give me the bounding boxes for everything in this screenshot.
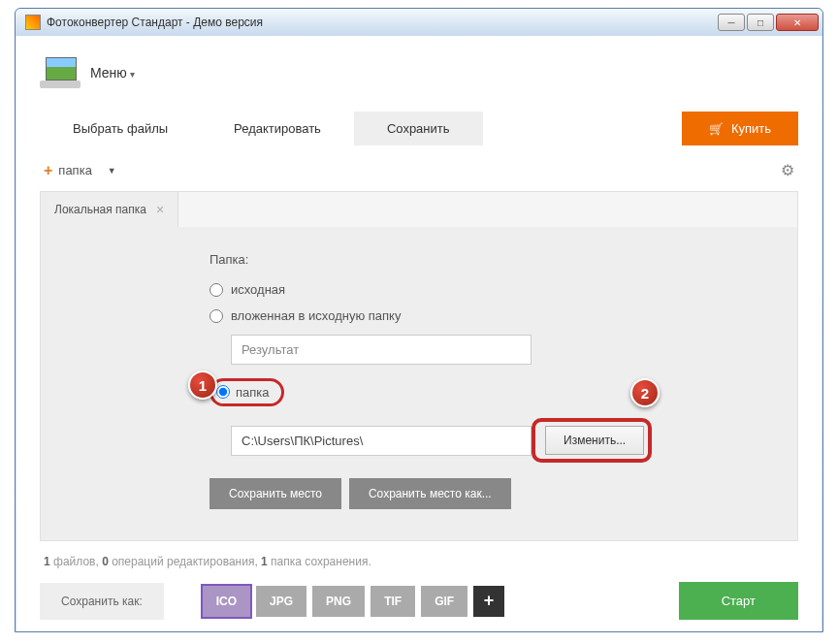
close-button[interactable]: ✕ — [776, 14, 819, 31]
status-ops-count: 0 — [102, 555, 109, 568]
buy-label: Купить — [731, 121, 771, 136]
save-place-button[interactable]: Сохранить место — [210, 478, 341, 509]
path-input[interactable] — [231, 426, 532, 456]
callout-1: 1 — [188, 370, 217, 400]
monitor-icon — [40, 57, 81, 88]
format-tif-button[interactable]: TIF — [371, 586, 415, 617]
cart-icon — [709, 121, 724, 136]
gear-icon[interactable]: ⚙ — [781, 161, 794, 179]
toolbar: + папка ▼ ⚙ — [40, 151, 798, 191]
tab-edit[interactable]: Редактировать — [201, 112, 354, 145]
status-files-count: 1 — [44, 555, 50, 568]
radio-source-row: исходная — [210, 282, 797, 297]
save-buttons: Сохранить место Сохранить место как... — [210, 478, 797, 509]
radio-nested[interactable] — [210, 309, 223, 323]
titlebar: Фотоконвертер Стандарт - Демо версия ─ □… — [16, 9, 822, 36]
change-button[interactable]: Изменить... — [545, 426, 644, 455]
plus-icon: + — [44, 162, 52, 179]
panel-tab-local-folder[interactable]: Локальная папка × — [41, 192, 178, 227]
chevron-down-icon: ▼ — [108, 166, 116, 176]
format-png-button[interactable]: PNG — [312, 586, 365, 617]
radio-folder-label: папка — [236, 385, 270, 400]
status-bar: 1 файлов, 0 операций редактирования, 1 п… — [40, 541, 798, 582]
path-row: Изменить... — [231, 418, 797, 463]
callout-2: 2 — [630, 378, 660, 407]
radio-folder-row: папка — [210, 378, 797, 406]
save-place-as-button[interactable]: Сохранить место как... — [349, 478, 511, 509]
buy-button[interactable]: Купить — [682, 112, 798, 145]
nested-folder-input[interactable] — [231, 335, 532, 365]
panel-tab-label: Локальная папка — [54, 203, 146, 216]
window-body: Меню Выбрать файлы Редактировать Сохрани… — [16, 36, 822, 631]
main-tabs: Выбрать файлы Редактировать Сохранить Ку… — [40, 106, 798, 151]
highlight-annotation-1: папка — [210, 378, 284, 406]
start-button[interactable]: Старт — [679, 582, 798, 620]
format-jpg-button[interactable]: JPG — [256, 586, 306, 617]
add-format-button[interactable]: + — [473, 586, 504, 617]
maximize-button[interactable]: □ — [747, 14, 774, 31]
radio-nested-row: вложенная в исходную папку — [210, 308, 797, 323]
format-gif-button[interactable]: GIF — [421, 586, 467, 617]
minimize-button[interactable]: ─ — [718, 14, 745, 31]
panel-content: Папка: исходная вложенная в исходную пап… — [41, 227, 797, 532]
close-icon[interactable]: × — [156, 202, 164, 217]
format-ico-button[interactable]: ICO — [203, 586, 250, 617]
radio-source[interactable] — [210, 283, 223, 297]
panel-tabs: Локальная папка × — [41, 192, 797, 227]
save-panel: Локальная папка × Папка: исходная вложен… — [40, 191, 798, 541]
status-folders-count: 1 — [261, 555, 268, 568]
app-icon — [25, 15, 41, 30]
highlight-annotation-2: Изменить... — [532, 418, 652, 463]
window-title: Фотоконвертер Стандарт - Демо версия — [47, 16, 718, 29]
tab-save[interactable]: Сохранить — [354, 112, 483, 145]
tab-select-files[interactable]: Выбрать файлы — [40, 112, 201, 145]
window-chrome: Фотоконвертер Стандарт - Демо версия ─ □… — [15, 8, 823, 632]
bottom-bar: Сохранить как: ICO JPG PNG TIF GIF + Ста… — [40, 582, 798, 620]
menu-dropdown[interactable]: Меню — [90, 65, 135, 80]
add-folder-button[interactable]: + папка ▼ — [44, 162, 116, 179]
window-buttons: ─ □ ✕ — [718, 14, 819, 31]
folder-label: Папка: — [210, 252, 797, 267]
radio-folder[interactable] — [216, 385, 230, 399]
menu-row: Меню — [40, 51, 798, 106]
save-as-label: Сохранить как: — [40, 583, 164, 620]
radio-source-label: исходная — [231, 282, 285, 297]
add-folder-label: папка — [58, 163, 92, 177]
radio-nested-label: вложенная в исходную папку — [231, 308, 401, 323]
